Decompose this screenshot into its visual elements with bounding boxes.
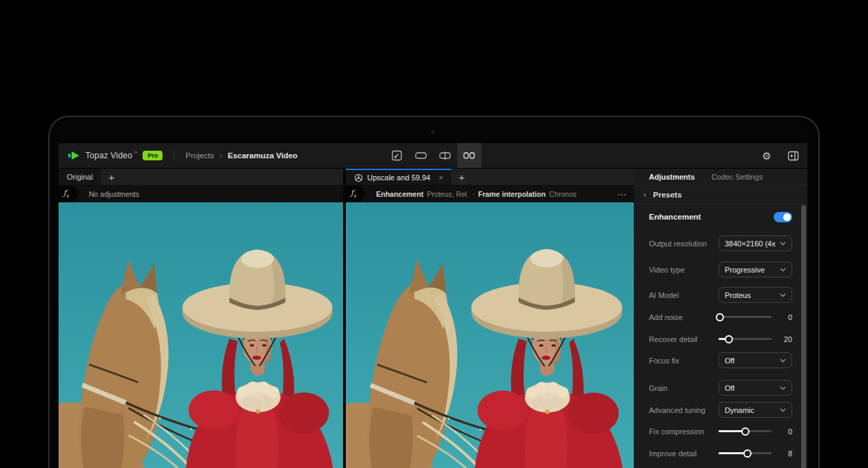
enhancement-row: Enhancement xyxy=(634,209,807,225)
tab-upscale-label: Upscale and 59.94 xyxy=(367,173,431,182)
improve-detail-slider[interactable] xyxy=(719,445,772,461)
improve-detail-row: Improve detail 8 xyxy=(649,445,792,461)
plus-icon: + xyxy=(459,171,465,183)
focus-fix-select[interactable]: Off xyxy=(719,352,792,368)
add-noise-label: Add noise xyxy=(649,313,683,321)
fix-compression-label: Fix compression xyxy=(649,427,704,436)
split-view-icon xyxy=(439,150,451,161)
app-title: Topaz Video™ xyxy=(85,151,137,160)
screenshot-stage: Topaz Video™ Pro Projects › Escaramuza V… xyxy=(0,0,868,468)
upscale-video-preview[interactable] xyxy=(346,202,634,468)
recover-detail-slider[interactable] xyxy=(719,331,772,347)
video-type-select[interactable]: Progressive xyxy=(719,262,792,277)
fx-icon: ƒx xyxy=(63,189,69,199)
chevron-down-icon xyxy=(780,359,786,363)
original-status-bar: ƒx No adjustments xyxy=(59,186,343,202)
upscale-status-bar: ƒx Enhancement Proteus, Rel. · Frame int… xyxy=(346,186,634,202)
add-tab-button-left[interactable]: + xyxy=(101,169,122,185)
chevron-down-icon xyxy=(780,408,786,412)
trademark: ™ xyxy=(133,151,137,155)
upscale-video-frame xyxy=(346,202,634,468)
close-tab-icon[interactable]: × xyxy=(439,173,443,182)
view-mode-group xyxy=(385,143,482,168)
slider-handle[interactable] xyxy=(725,335,733,343)
top-bar-right: ⚙︎ xyxy=(758,143,802,168)
video-type-label: Video type xyxy=(649,266,685,274)
output-resolution-select[interactable]: 3840×2160 (4x ... xyxy=(719,235,792,251)
side-by-side-view-icon xyxy=(463,150,475,161)
grain-select[interactable]: Off xyxy=(719,380,792,396)
slider-handle[interactable] xyxy=(741,427,750,436)
slider-handle[interactable] xyxy=(716,313,724,321)
improve-detail-label: Improve detail xyxy=(649,449,696,458)
ai-model-label: AI Model xyxy=(649,291,679,299)
slider-handle[interactable] xyxy=(743,449,752,458)
advanced-tuning-label: Advanced tuning xyxy=(649,406,705,414)
tab-upscale[interactable]: Upscale and 59.94 × xyxy=(346,169,451,185)
single-view-button[interactable] xyxy=(409,143,433,168)
fx-badge: ƒx xyxy=(346,186,366,202)
main-area: Original + ƒx No adjustments xyxy=(59,169,807,468)
fix-compression-value: 0 xyxy=(778,427,792,436)
output-resolution-row: Output resolution 3840×2160 (4x ... xyxy=(649,235,792,251)
recover-detail-value: 20 xyxy=(778,335,792,343)
status-interpolation-value: Chronos xyxy=(549,190,577,198)
split-view-button[interactable] xyxy=(433,143,457,168)
topaz-video-app-window: Topaz Video™ Pro Projects › Escaramuza V… xyxy=(59,143,807,468)
sidebar-scrollbar[interactable] xyxy=(801,205,806,468)
focus-fix-row: Focus fix Off xyxy=(649,352,792,368)
chevron-down-icon xyxy=(780,293,786,297)
divider xyxy=(174,150,174,161)
presets-row[interactable]: › Presets xyxy=(634,186,807,204)
status-dot: · xyxy=(473,190,475,198)
brand: Topaz Video™ Pro xyxy=(59,151,163,160)
original-status-text: No adjustments xyxy=(89,190,139,198)
top-bar: Topaz Video™ Pro Projects › Escaramuza V… xyxy=(59,143,807,169)
sidebar-tabs: Adjustments Codec Settings xyxy=(634,169,807,186)
settings-button[interactable]: ⚙︎ xyxy=(758,147,776,164)
fix-compression-row: Fix compression 0 xyxy=(649,423,792,439)
upscale-pane: Upscale and 59.94 × + ƒx Enhancement Pro… xyxy=(346,169,634,468)
toggle-right-panel-button[interactable] xyxy=(784,147,802,164)
ai-model-row: AI Model Proteus xyxy=(649,287,792,303)
breadcrumb-separator-icon: › xyxy=(220,151,223,160)
tab-codec-settings[interactable]: Codec Settings xyxy=(712,173,763,181)
upscale-status-text: Enhancement Proteus, Rel. · Frame interp… xyxy=(376,190,577,198)
side-by-side-view-button[interactable] xyxy=(457,143,482,168)
tab-adjustments[interactable]: Adjustments xyxy=(649,173,695,181)
fix-compression-slider[interactable] xyxy=(719,423,772,439)
status-enhancement-value: Proteus, Rel. xyxy=(427,190,469,198)
fit-view-icon xyxy=(391,150,402,161)
original-video-frame xyxy=(59,202,343,468)
grain-row: Grain Off xyxy=(649,380,792,396)
tab-original-label: Original xyxy=(67,173,93,181)
chevron-right-icon: › xyxy=(643,190,646,200)
breadcrumb-projects[interactable]: Projects xyxy=(185,151,214,160)
improve-detail-value: 8 xyxy=(778,449,792,458)
enhancement-label: Enhancement xyxy=(649,213,701,221)
ai-model-select[interactable]: Proteus xyxy=(719,287,792,303)
enhancement-toggle[interactable] xyxy=(774,212,792,222)
fx-icon: ƒx xyxy=(351,189,356,199)
advanced-tuning-select[interactable]: Dynamic xyxy=(719,402,792,418)
output-resolution-label: Output resolution xyxy=(649,240,707,248)
add-tab-button-right[interactable]: + xyxy=(451,169,472,185)
webcam-dot xyxy=(431,130,435,134)
original-video-preview[interactable] xyxy=(59,202,343,468)
topaz-logo-icon xyxy=(68,151,80,160)
fx-badge: ƒx xyxy=(59,186,79,202)
add-noise-row: Add noise 0 xyxy=(649,309,792,325)
breadcrumb-current: Escaramuza Video xyxy=(227,151,297,160)
add-noise-slider[interactable] xyxy=(719,309,772,325)
chevron-down-icon xyxy=(780,386,786,390)
add-noise-value: 0 xyxy=(778,313,792,321)
status-enhancement-label: Enhancement xyxy=(376,190,424,198)
plus-icon: + xyxy=(109,171,115,183)
advanced-tuning-row: Advanced tuning Dynamic xyxy=(649,402,792,418)
tab-original[interactable]: Original xyxy=(59,169,101,185)
presets-label: Presets xyxy=(653,191,682,199)
more-options-icon[interactable]: ⋯ xyxy=(617,189,627,200)
chevron-down-icon xyxy=(780,242,786,246)
fit-view-button[interactable] xyxy=(385,143,409,168)
helm-icon xyxy=(354,173,363,182)
